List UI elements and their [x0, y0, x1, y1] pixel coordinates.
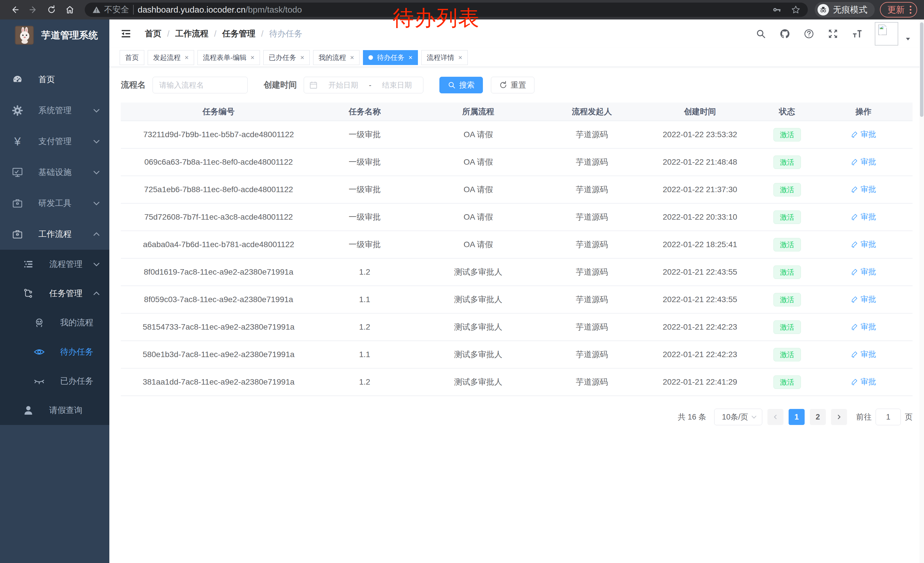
page-size-select[interactable]: 10条/页: [714, 408, 762, 425]
sidebar-item-my-process[interactable]: 我的流程: [0, 308, 110, 337]
goto-page-input[interactable]: [876, 408, 901, 425]
refresh-icon: [499, 81, 507, 89]
tab-todo-tasks[interactable]: 待办任务×: [363, 50, 418, 65]
approve-link[interactable]: 审批: [851, 377, 876, 387]
approve-link[interactable]: 审批: [851, 212, 876, 222]
user-icon: [22, 404, 34, 416]
search-button[interactable]: 搜索: [440, 77, 483, 93]
date-range-picker[interactable]: 开始日期 - 结束日期: [304, 77, 423, 93]
cell-status: 激活: [760, 203, 814, 231]
sidebar-item-system[interactable]: 系统管理: [0, 95, 110, 126]
flow-tree-icon: [22, 288, 34, 300]
sidebar-item-payment[interactable]: ¥ 支付管理: [0, 126, 110, 157]
approve-link-label: 审批: [861, 157, 876, 167]
page-button-2[interactable]: 2: [810, 409, 826, 425]
cell-actions: 审批: [814, 148, 912, 176]
update-button[interactable]: 更新: [880, 2, 917, 18]
sidebar-collapse-icon[interactable]: [120, 27, 132, 40]
cell-process: OA 请假: [413, 203, 544, 231]
sidebar-item-workflow[interactable]: 工作流程: [0, 219, 110, 250]
sidebar-item-devtools[interactable]: 研发工具: [0, 188, 110, 219]
cell-created: 2022-01-21 22:41:29: [640, 368, 760, 396]
approve-link[interactable]: 审批: [851, 294, 876, 305]
fullscreen-icon[interactable]: [826, 27, 839, 40]
close-icon[interactable]: ×: [408, 54, 412, 61]
screen: 不安全 dashboard.yudao.iocoder.cn/bpm/task/…: [0, 0, 924, 563]
robot-icon: [33, 317, 45, 329]
close-icon[interactable]: ×: [184, 54, 189, 61]
table-row: 580e1b3d-7ac8-11ec-a9e2-a2380e71991a1.1测…: [121, 341, 912, 368]
tab-process-detail[interactable]: 流程详情×: [422, 50, 468, 65]
approve-link[interactable]: 审批: [851, 129, 876, 140]
avatar[interactable]: [875, 22, 898, 45]
col-status: 状态: [760, 102, 814, 121]
caret-down-icon[interactable]: [904, 36, 911, 44]
breadcrumb-workflow[interactable]: 工作流程: [175, 28, 208, 39]
tab-done-tasks[interactable]: 已办任务×: [263, 50, 310, 65]
status-badge: 激活: [773, 320, 801, 334]
status-badge: 激活: [773, 183, 801, 197]
goto-label: 前往: [856, 412, 872, 422]
bookmark-star-icon[interactable]: [791, 5, 800, 14]
browser-menu-icon[interactable]: [910, 6, 911, 14]
home-icon[interactable]: [62, 2, 78, 18]
close-icon[interactable]: ×: [300, 54, 304, 61]
close-icon[interactable]: ×: [350, 54, 354, 61]
page-button-1[interactable]: 1: [789, 409, 805, 425]
update-label: 更新: [887, 4, 904, 16]
tab-home[interactable]: 首页: [120, 50, 144, 65]
cell-status: 激活: [760, 148, 814, 176]
sidebar-item-done-tasks[interactable]: 已办任务: [0, 366, 110, 396]
url-text[interactable]: dashboard.yudao.iocoder.cn/bpm/task/todo: [138, 5, 768, 15]
forward-icon[interactable]: [25, 2, 41, 18]
cell-created: 2022-01-21 22:43:55: [640, 258, 760, 286]
cell-task-id: 8f0d1619-7ac8-11ec-a9e2-a2380e71991a: [121, 258, 316, 286]
col-actions: 操作: [814, 102, 912, 121]
scrollbar-track[interactable]: [920, 20, 924, 563]
app-logo-row[interactable]: 芋道管理系统: [0, 20, 110, 51]
sidebar-item-home[interactable]: 首页: [0, 64, 110, 95]
eye-icon: [33, 346, 45, 358]
password-key-icon[interactable]: [772, 5, 782, 14]
create-time-label: 创建时间: [264, 79, 297, 91]
help-icon[interactable]: [802, 27, 815, 40]
tab-start-process[interactable]: 发起流程×: [148, 50, 194, 65]
prev-page-button[interactable]: [767, 409, 783, 425]
breadcrumb-separator: /: [214, 29, 216, 39]
back-icon[interactable]: [7, 2, 23, 18]
cell-task-name: 一级审批: [316, 121, 413, 148]
chevron-down-icon: [750, 413, 758, 420]
next-page-button[interactable]: [831, 409, 847, 425]
close-icon[interactable]: ×: [250, 54, 255, 61]
not-secure-warning[interactable]: 不安全: [92, 4, 129, 15]
process-name-input[interactable]: [153, 77, 248, 93]
breadcrumb: 首页 / 工作流程 / 任务管理 / 待办任务: [145, 28, 302, 39]
sidebar-item-infrastructure[interactable]: 基础设施: [0, 157, 110, 188]
breadcrumb-task-mgmt[interactable]: 任务管理: [222, 28, 255, 39]
reset-button[interactable]: 重置: [491, 77, 534, 93]
tab-process-form-edit[interactable]: 流程表单-编辑×: [198, 50, 260, 65]
approve-link[interactable]: 审批: [851, 349, 876, 359]
github-icon[interactable]: [778, 27, 791, 40]
search-icon[interactable]: [754, 27, 767, 40]
sidebar-item-todo-tasks[interactable]: 待办任务: [0, 337, 110, 366]
reload-icon[interactable]: [44, 2, 60, 18]
sidebar-item-leave-query[interactable]: 请假查询: [0, 396, 110, 425]
approve-link[interactable]: 审批: [851, 157, 876, 167]
approve-link[interactable]: 审批: [851, 184, 876, 194]
breadcrumb-home[interactable]: 首页: [145, 28, 162, 39]
tab-label: 已办任务: [269, 53, 296, 62]
scrollbar-thumb[interactable]: [920, 23, 923, 117]
cell-starter: 芋道源码: [544, 121, 640, 148]
tab-my-process[interactable]: 我的流程×: [313, 50, 360, 65]
close-icon[interactable]: ×: [458, 54, 462, 61]
sidebar-item-task-mgmt[interactable]: 任务管理: [0, 279, 110, 308]
approve-link[interactable]: 审批: [851, 321, 876, 332]
cell-actions: 审批: [814, 203, 912, 231]
approve-link[interactable]: 审批: [851, 267, 876, 277]
font-size-icon[interactable]: [851, 27, 863, 40]
approve-link[interactable]: 审批: [851, 239, 876, 249]
url-bar[interactable]: 不安全 dashboard.yudao.iocoder.cn/bpm/task/…: [85, 3, 808, 17]
sidebar-item-process-mgmt[interactable]: 流程管理: [0, 250, 110, 279]
col-created: 创建时间: [640, 102, 760, 121]
